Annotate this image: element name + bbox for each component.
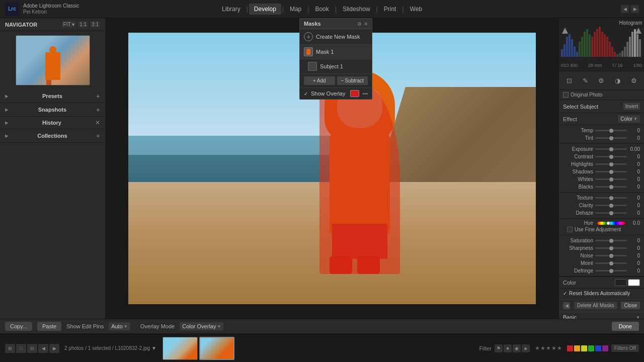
filmstrip-nav-prev[interactable]: ◀ bbox=[38, 344, 48, 353]
star-1[interactable]: ★ bbox=[535, 345, 540, 351]
star-4[interactable]: ★ bbox=[551, 345, 556, 351]
add-mask-btn[interactable]: + Add bbox=[304, 76, 335, 85]
basic-dropdown-arrow[interactable]: ▼ bbox=[636, 315, 640, 319]
subtract-mask-btn[interactable]: − Subtract bbox=[337, 76, 368, 85]
menu-slideshow[interactable]: Slideshow bbox=[338, 4, 375, 15]
heal-tool[interactable]: ✎ bbox=[579, 74, 591, 86]
color-detail-sliders: Saturation 0 Sharpness 0 Noise 0 bbox=[559, 235, 644, 277]
fine-adj-checkbox[interactable] bbox=[567, 227, 573, 232]
filmstrip-thumb-1[interactable] bbox=[163, 337, 198, 360]
app-branding: Lrc Adobe Lightroom Classic Pei Ketron bbox=[5, 2, 79, 16]
mask-settings-icon[interactable]: ⚙ bbox=[357, 21, 362, 27]
filter-star-icon[interactable]: ★ bbox=[504, 344, 512, 352]
delete-all-masks-btn[interactable]: Delete All Masks bbox=[574, 302, 617, 309]
collections-add[interactable]: + bbox=[96, 132, 100, 140]
temp-slider[interactable] bbox=[595, 130, 627, 131]
menu-map[interactable]: Map bbox=[285, 4, 306, 15]
snapshots-header[interactable]: ▶ Snapshots + bbox=[0, 103, 105, 116]
filters-off-label[interactable]: Filters Off bbox=[611, 344, 639, 352]
copy-button[interactable]: Copy... bbox=[5, 322, 32, 331]
panel-collapse-btn[interactable]: ◀ bbox=[563, 302, 570, 309]
panel-toggle-right[interactable]: ▶ bbox=[631, 5, 639, 13]
blacks-slider[interactable] bbox=[595, 186, 627, 188]
filmstrip-view-grid[interactable]: ⊞ bbox=[5, 344, 15, 353]
whites-slider[interactable] bbox=[595, 178, 627, 180]
history-close[interactable]: ✕ bbox=[95, 119, 100, 126]
color-flag-red[interactable] bbox=[567, 345, 573, 351]
star-5[interactable]: ★ bbox=[557, 345, 562, 351]
temp-tint-section: Temp 0 Tint 0 bbox=[559, 125, 644, 144]
filter-kind-icon[interactable]: ◈ bbox=[522, 344, 530, 352]
presets-add[interactable]: + bbox=[96, 92, 100, 100]
snapshots-add[interactable]: + bbox=[96, 106, 100, 114]
paste-button[interactable]: Paste bbox=[37, 322, 61, 331]
nav-fit[interactable]: FIT ▾ bbox=[62, 21, 76, 28]
nav-zoom2[interactable]: 3:1 bbox=[90, 21, 100, 28]
dehaze-slider[interactable] bbox=[595, 212, 627, 214]
color-row: Color bbox=[559, 277, 644, 289]
invert-button[interactable]: Invert bbox=[623, 103, 640, 110]
color-flag-orange[interactable] bbox=[574, 345, 580, 351]
auto-dropdown[interactable]: Auto ▼ bbox=[109, 322, 130, 330]
done-button[interactable]: Done bbox=[612, 322, 639, 331]
hue-slider[interactable] bbox=[597, 222, 625, 225]
exposure-slider[interactable] bbox=[595, 148, 627, 150]
effect-dropdown[interactable]: Color ▼ bbox=[618, 115, 640, 123]
gradient-tool[interactable]: ◑ bbox=[612, 74, 624, 86]
color-flag-green[interactable] bbox=[588, 345, 594, 351]
color-swatch-1[interactable] bbox=[615, 279, 627, 286]
moire-slider[interactable] bbox=[595, 262, 627, 264]
collections-header[interactable]: ▶ Collections + bbox=[0, 129, 105, 142]
menu-web[interactable]: Web bbox=[405, 4, 427, 15]
mask-close-icon[interactable]: ✕ bbox=[364, 21, 368, 27]
color-overlay-dropdown[interactable]: Color Overlay ▼ bbox=[180, 322, 223, 330]
star-3[interactable]: ★ bbox=[546, 345, 551, 351]
noise-slider[interactable] bbox=[595, 255, 627, 256]
reset-check-icon[interactable]: ✓ bbox=[563, 291, 567, 296]
texture-slider[interactable] bbox=[595, 197, 627, 199]
original-photo-checkbox[interactable] bbox=[563, 92, 569, 98]
saturation-slider[interactable] bbox=[595, 240, 627, 241]
nav-zoom1[interactable]: 1:1 bbox=[78, 21, 88, 28]
tint-slider[interactable] bbox=[595, 137, 627, 139]
presets-header[interactable]: ▶ Presets + bbox=[0, 89, 105, 103]
color-swatch-2[interactable] bbox=[628, 279, 640, 286]
close-panel-btn[interactable]: Close bbox=[621, 302, 640, 309]
menu-library[interactable]: Library bbox=[217, 4, 246, 15]
color-flag-purple[interactable] bbox=[602, 345, 608, 351]
history-header[interactable]: ▶ History ✕ bbox=[0, 117, 105, 129]
brush-tool[interactable]: ⚙ bbox=[595, 74, 607, 86]
filmstrip-view-loupe[interactable]: □ bbox=[16, 344, 26, 353]
color-flag-yellow[interactable] bbox=[581, 345, 587, 351]
filmstrip-view-compare[interactable]: ⊟ bbox=[27, 344, 37, 353]
clarity-slider[interactable] bbox=[595, 205, 627, 206]
clarity-label: Clarity bbox=[563, 203, 593, 208]
overlay-color-btn[interactable] bbox=[350, 90, 359, 97]
contrast-slider[interactable] bbox=[595, 156, 627, 157]
shadows-slider[interactable] bbox=[595, 171, 627, 172]
saturation-label: Saturation bbox=[563, 238, 593, 243]
mask-1-item[interactable]: Mask 1 bbox=[300, 45, 372, 59]
reset-sliders-label[interactable]: Reset Sliders Automatically bbox=[569, 291, 630, 296]
sharpness-slider[interactable] bbox=[595, 247, 627, 249]
color-flag-blue[interactable] bbox=[595, 345, 601, 351]
svg-rect-28 bbox=[631, 32, 633, 57]
crop-tool[interactable]: ⊡ bbox=[563, 74, 575, 86]
navigator-thumbnail[interactable] bbox=[16, 35, 90, 85]
menu-book[interactable]: Book bbox=[310, 4, 334, 15]
filmstrip-thumb-2[interactable] bbox=[199, 337, 234, 360]
menu-print[interactable]: Print bbox=[379, 4, 401, 15]
create-new-mask-btn[interactable]: + Create New Mask bbox=[300, 29, 372, 45]
star-2[interactable]: ★ bbox=[540, 345, 545, 351]
overlay-dots-btn[interactable]: ••• bbox=[362, 91, 368, 97]
subject-1-item[interactable]: Subject 1 bbox=[300, 59, 372, 74]
panel-toggle-left[interactable]: ◀ bbox=[621, 5, 629, 13]
filter-flag-icon[interactable]: ⚑ bbox=[495, 344, 503, 352]
menu-develop[interactable]: Develop bbox=[249, 4, 281, 15]
settings-tool[interactable]: ⚙ bbox=[628, 74, 640, 86]
show-overlay-check[interactable]: ✓ bbox=[304, 91, 308, 97]
defringe-slider[interactable] bbox=[595, 270, 627, 272]
filter-color-icon[interactable]: ◉ bbox=[513, 344, 521, 352]
highlights-slider[interactable] bbox=[595, 163, 627, 165]
filmstrip-nav-next[interactable]: ▶ bbox=[49, 344, 59, 353]
